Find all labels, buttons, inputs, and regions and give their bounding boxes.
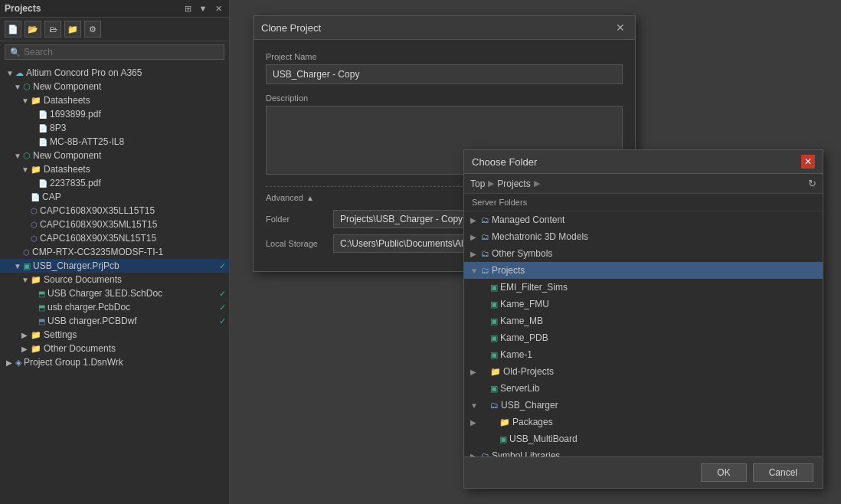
search-input[interactable] bbox=[24, 47, 219, 57]
panel-header-icons: ⊞ ▼ ✕ bbox=[182, 4, 224, 14]
tree-item-project-group[interactable]: ▶ ◈ Project Group 1.DsnWrk bbox=[0, 355, 229, 369]
expand-icon: ▼ bbox=[21, 276, 29, 284]
clone-dialog-close-button[interactable]: ✕ bbox=[614, 21, 627, 34]
folder-label: Kame_PDB bbox=[500, 332, 548, 343]
tree-item-source-docs[interactable]: ▼ 📁 Source Documents bbox=[0, 273, 229, 286]
folder-label: ServerLib bbox=[500, 383, 539, 394]
expand-icon: ▶ bbox=[470, 452, 479, 457]
folder-item-emi-filter[interactable]: ▣ EMI_Filter_Sims bbox=[464, 279, 823, 296]
tree-item-datasheets-1[interactable]: ▼ 📁 Datasheets bbox=[0, 93, 229, 107]
add-folder-button[interactable]: 📁 bbox=[64, 21, 81, 38]
cancel-button[interactable]: Cancel bbox=[753, 463, 813, 482]
expand-icon: ▶ bbox=[470, 368, 479, 376]
open-folder-button[interactable]: 🗁 bbox=[44, 21, 61, 38]
folder-item-kame-mb[interactable]: ▣ Kame_MB bbox=[464, 313, 823, 329]
folder-item-kame-pdb[interactable]: ▣ Kame_PDB bbox=[464, 329, 823, 346]
folder-item-kame-1[interactable]: ▣ Kame-1 bbox=[464, 346, 823, 363]
folder-item-serverlib[interactable]: ▣ ServerLib bbox=[464, 380, 823, 397]
folder-item-old-projects[interactable]: ▶ 📁 Old-Projects bbox=[464, 363, 823, 380]
expand-icon: ▼ bbox=[21, 165, 29, 174]
component-sm-icon: ⬡ bbox=[23, 248, 30, 257]
tree-item-capc3[interactable]: ⬡ CAPC1608X90X35NL15T15 bbox=[0, 231, 229, 245]
new-file-button[interactable]: 📄 bbox=[5, 21, 21, 38]
project-group-icon: ◈ bbox=[15, 358, 21, 368]
tree-label: Altium Concord Pro on A365 bbox=[26, 67, 142, 78]
folder-label: Managed Content bbox=[492, 214, 564, 225]
tree-item-usb-charger-project[interactable]: ▼ ▣ USB_Charger.PrjPcb ✓ bbox=[0, 259, 229, 273]
tree-item-altium-root[interactable]: ▼ ☁ Altium Concord Pro on A365 bbox=[0, 66, 229, 80]
schematic-icon: ⬒ bbox=[38, 290, 45, 298]
folder-open-icon: 🗂 bbox=[481, 266, 489, 275]
pin-icon[interactable]: ⊞ bbox=[182, 4, 194, 14]
tree-item-usb-sch[interactable]: ⬒ USB Charger 3LED.SchDoc ✓ bbox=[0, 286, 229, 300]
refresh-icon[interactable]: ↻ bbox=[808, 178, 816, 189]
local-storage-path: C:\Users\Public\Documents\Altium\ bbox=[340, 238, 483, 249]
menu-icon[interactable]: ▼ bbox=[197, 4, 209, 14]
folder-item-usb-multiboard[interactable]: ▣ USB_MultiBoard bbox=[464, 430, 823, 447]
tree-label: Datasheets bbox=[44, 95, 90, 106]
folder-item-packages[interactable]: ▶ 📁 Packages bbox=[464, 414, 823, 430]
tree-item-cap[interactable]: 📄 CAP bbox=[0, 190, 229, 204]
folder-item-other-symbols[interactable]: ▶ 🗂 Other Symbols bbox=[464, 245, 823, 262]
search-box: 🔍 bbox=[5, 44, 224, 60]
choose-folder-close-button[interactable]: ✕ bbox=[801, 155, 815, 169]
advanced-label: Advanced bbox=[266, 193, 303, 202]
folder-tree: ▶ 🗂 Managed Content ▶ 🗂 Mechatronic 3D M… bbox=[464, 211, 823, 457]
tree-item-8p3[interactable]: 📄 8P3 bbox=[0, 121, 229, 135]
project-name-label: Project Name bbox=[266, 52, 623, 61]
component-icon: ⬡ bbox=[23, 151, 31, 161]
project-name-input[interactable] bbox=[266, 64, 623, 84]
check-icon: ✓ bbox=[219, 316, 226, 326]
server-folders-header: Server Folders bbox=[464, 194, 823, 211]
tree-label: CAPC1608X90X35ML15T15 bbox=[40, 219, 157, 230]
project-name-group: Project Name bbox=[266, 52, 623, 84]
expand-icon: ▶ bbox=[21, 331, 29, 339]
close-icon[interactable]: ✕ bbox=[212, 4, 224, 14]
breadcrumb-sep-2: ▶ bbox=[534, 178, 540, 188]
pdf-icon: 📄 bbox=[38, 110, 47, 119]
tree-item-capc1[interactable]: ⬡ CAPC1608X90X35LL15T15 bbox=[0, 204, 229, 218]
file-icon: 📄 bbox=[38, 124, 47, 133]
expand-icon: ▼ bbox=[6, 69, 14, 77]
folder-item-usb-charger[interactable]: ▼ 🗂 USB_Charger bbox=[464, 397, 823, 414]
tree-item-new-comp-1[interactable]: ▼ ⬡ New Component bbox=[0, 80, 229, 93]
pcb-project-icon: ▣ bbox=[490, 350, 498, 360]
tree-item-datasheets-2[interactable]: ▼ 📁 Datasheets bbox=[0, 162, 229, 176]
ok-button[interactable]: OK bbox=[701, 463, 746, 482]
tree-item-cmp-rtx[interactable]: ⬡ CMP-RTX-CC3235MODSF-TI-1 bbox=[0, 245, 229, 259]
pcb-project-icon: ▣ bbox=[23, 261, 31, 271]
folder-label: Folder bbox=[266, 214, 327, 224]
pcb-project-icon: ▣ bbox=[490, 283, 498, 293]
tree-item-2237835[interactable]: 📄 2237835.pdf bbox=[0, 176, 229, 190]
panel-header: Projects ⊞ ▼ ✕ bbox=[0, 0, 229, 18]
expand-icon: ▼ bbox=[14, 262, 21, 270]
expand-icon: ▼ bbox=[14, 152, 21, 160]
tree-item-capc2[interactable]: ⬡ CAPC1608X90X35ML15T15 bbox=[0, 218, 229, 231]
folder-item-managed-content[interactable]: ▶ 🗂 Managed Content bbox=[464, 211, 823, 228]
pcb-icon: ⬒ bbox=[38, 303, 45, 312]
tree-item-usb-pcb[interactable]: ⬒ usb charger.PcbDoc ✓ bbox=[0, 300, 229, 314]
folder-item-kame-fmu[interactable]: ▣ Kame_FMU bbox=[464, 296, 823, 313]
tree-item-file-1693899[interactable]: 📄 1693899.pdf bbox=[0, 107, 229, 121]
tree-label: 1693899.pdf bbox=[50, 109, 101, 119]
tree-item-mc8b[interactable]: 📄 MC-8B-ATT25-IL8 bbox=[0, 135, 229, 149]
tree-item-usb-pcbdwf[interactable]: ⬒ USB charger.PCBDwf ✓ bbox=[0, 314, 229, 328]
breadcrumb-top[interactable]: Top bbox=[470, 178, 485, 189]
file-icon: 📄 bbox=[31, 193, 40, 201]
open-button[interactable]: 📂 bbox=[25, 21, 41, 38]
folder-item-projects[interactable]: ▼ 🗂 Projects bbox=[464, 262, 823, 279]
tree-item-other-docs[interactable]: ▶ 📁 Other Documents bbox=[0, 342, 229, 355]
pcb-project-icon: ▣ bbox=[490, 316, 498, 326]
folder-label: Old-Projects bbox=[503, 366, 554, 377]
expand-icon: ▶ bbox=[470, 216, 479, 224]
breadcrumb-bar: Top ▶ Projects ▶ ↻ bbox=[464, 174, 823, 194]
component-sm-icon: ⬡ bbox=[31, 221, 38, 229]
settings-button[interactable]: ⚙ bbox=[84, 21, 101, 38]
breadcrumb-projects[interactable]: Projects bbox=[497, 178, 530, 189]
tree-item-settings[interactable]: ▶ 📁 Settings bbox=[0, 328, 229, 342]
cloud-icon: ☁ bbox=[15, 68, 24, 78]
folder-item-symbol-libs[interactable]: ▶ 🗂 Symbol Libraries bbox=[464, 447, 823, 457]
clone-dialog-title: Clone Project bbox=[261, 22, 321, 34]
tree-item-new-comp-2[interactable]: ▼ ⬡ New Component bbox=[0, 149, 229, 162]
folder-item-mechatronic[interactable]: ▶ 🗂 Mechatronic 3D Models bbox=[464, 228, 823, 245]
